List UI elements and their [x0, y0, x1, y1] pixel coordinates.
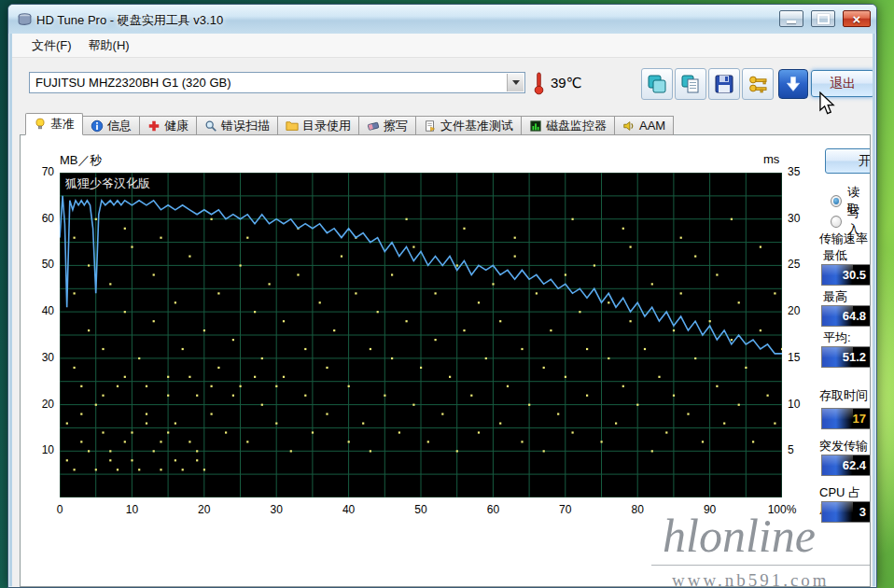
y-left-tick-label: 10 [22, 443, 54, 456]
health-cross-icon [147, 119, 161, 133]
write-radio-icon [831, 216, 842, 228]
access-time-value: 17 [853, 412, 866, 426]
x-tick-label: 30 [271, 503, 283, 516]
minimize-button[interactable] [779, 10, 803, 27]
y-right-tick-label: 10 [788, 398, 800, 411]
update-check-button[interactable] [778, 69, 808, 99]
tab-label: 基准 [50, 116, 75, 133]
save-screenshot-button[interactable] [708, 68, 740, 100]
x-tick-label: 40 [342, 503, 355, 516]
tab-label: 目录使用 [302, 118, 351, 134]
y-right-tick-label: 35 [788, 165, 800, 178]
start-button[interactable]: 开始 [825, 148, 871, 174]
y-right-tick-label: 5 [788, 443, 794, 456]
mouse-cursor [817, 91, 836, 116]
chevron-down-icon [512, 80, 520, 85]
benchmark-chart: 狐狸少爷汉化版 [60, 173, 782, 497]
y-right-tick-label: 15 [788, 351, 800, 364]
menu-item-file[interactable]: 文件(F) [23, 35, 80, 57]
benchmark-tab-page: MB／秒 ms 狐狸少爷汉化版 开始 读取 写入 传输速率 最低 30.5 最高… [20, 134, 871, 587]
cpu-usage-field: 3 [821, 501, 871, 523]
avg-label: 平均: [823, 329, 851, 346]
min-label: 最低 [823, 247, 847, 264]
tab-health[interactable]: 健康 [140, 116, 197, 135]
burst-rate-field: 62.4 [821, 455, 871, 476]
chart-watermark: 狐狸少爷汉化版 [65, 175, 150, 192]
tab-aam[interactable]: AAM [615, 116, 674, 135]
titlebar[interactable]: HD Tune Pro - 硬盘实用工具 v3.10 × [8, 5, 876, 34]
y-left-tick-label: 70 [22, 165, 54, 178]
tab-erase[interactable]: 擦写 [359, 116, 416, 135]
copy-page-icon [679, 73, 702, 95]
lightbulb-icon [34, 118, 47, 131]
copy-screenshot-button[interactable] [641, 68, 673, 100]
avg-value: 51.2 [843, 350, 866, 364]
maximize-button[interactable] [811, 10, 835, 27]
site-watermark-name: hlonline [663, 509, 816, 563]
tab-info[interactable]: 信息 [83, 116, 140, 135]
tab-label: 错误扫描 [221, 118, 270, 134]
tab-folder-usage[interactable]: 目录使用 [278, 116, 359, 135]
menu-item-help[interactable]: 帮助(H) [80, 35, 138, 57]
tab-error-scan[interactable]: 错误扫描 [197, 116, 278, 135]
y-right-tick-label: 30 [788, 212, 800, 225]
download-arrow-icon [784, 75, 803, 93]
x-tick-label: 10 [126, 503, 138, 516]
speaker-icon [622, 119, 636, 133]
burst-rate-label: 突发传输 [819, 438, 868, 455]
disk-monitor-icon [529, 119, 542, 133]
x-tick-label: 90 [704, 503, 716, 516]
hd-tune-window: HD Tune Pro - 硬盘实用工具 v3.10 × 文件(F)帮助(H) … [7, 4, 877, 588]
app-icon [17, 11, 33, 27]
options-button[interactable] [742, 68, 774, 100]
maximize-icon [817, 14, 830, 24]
site-watermark-line [651, 565, 871, 566]
exit-button-label: 退出 [830, 76, 856, 92]
tab-benchmark[interactable]: 基准 [25, 113, 83, 135]
start-button-label: 开始 [859, 153, 871, 170]
tab-disk-monitor[interactable]: 磁盘监控器 [522, 116, 615, 135]
close-icon: × [853, 12, 861, 26]
copy-screen-icon [646, 73, 668, 95]
x-tick-label: 0 [57, 503, 63, 516]
drive-selector-value: FUJITSU MHZ2320BH G1 (320 GB) [35, 76, 231, 90]
client-area: 文件(F)帮助(H) FUJITSU MHZ2320BH G1 (320 GB)… [12, 34, 873, 587]
left-axis-title: MB／秒 [60, 152, 103, 169]
magnifier-icon [204, 119, 217, 133]
tab-label: 健康 [164, 118, 189, 134]
close-button[interactable]: × [843, 10, 871, 27]
y-right-tick-label: 25 [788, 258, 800, 271]
access-time-field: 17 [821, 408, 871, 429]
cpu-usage-value: 3 [859, 505, 866, 519]
eraser-icon [367, 119, 380, 133]
tab-file-benchmark[interactable]: 文件基准测试 [416, 116, 522, 135]
tab-label: AAM [639, 119, 665, 133]
menu-bar: 文件(F)帮助(H) [12, 34, 873, 58]
y-left-tick-label: 60 [22, 212, 54, 225]
keys-icon [747, 73, 769, 95]
floppy-icon [713, 73, 735, 95]
avg-value-field: 51.2 [821, 346, 871, 368]
toolbar-button-group [641, 68, 774, 100]
transfer-rate-title: 传输速率 [819, 231, 868, 247]
burst-rate-value: 62.4 [843, 458, 866, 472]
copy-info-button[interactable] [675, 68, 706, 100]
max-label: 最高 [823, 288, 847, 305]
tab-strip: 基准信息健康错误扫描目录使用擦写文件基准测试磁盘监控器AAM [25, 113, 674, 135]
right-axis-title: ms [763, 152, 779, 166]
max-value-field: 64.8 [821, 305, 871, 327]
tab-label: 信息 [107, 118, 132, 134]
info-icon [91, 119, 104, 133]
folder-icon [286, 119, 299, 133]
x-tick-label: 60 [487, 503, 499, 516]
x-tick-label: 80 [632, 503, 644, 516]
temperature-value: 39℃ [551, 75, 582, 91]
access-time-label: 存取时间 [819, 387, 868, 404]
x-tick-label: 20 [198, 503, 210, 516]
combo-dropdown-button[interactable] [507, 74, 524, 91]
y-left-tick-label: 40 [22, 304, 54, 317]
tab-label: 擦写 [384, 118, 408, 134]
benchmark-chart-svg [60, 173, 782, 497]
y-left-tick-label: 50 [22, 258, 54, 271]
drive-selector[interactable]: FUJITSU MHZ2320BH G1 (320 GB) [29, 72, 525, 93]
